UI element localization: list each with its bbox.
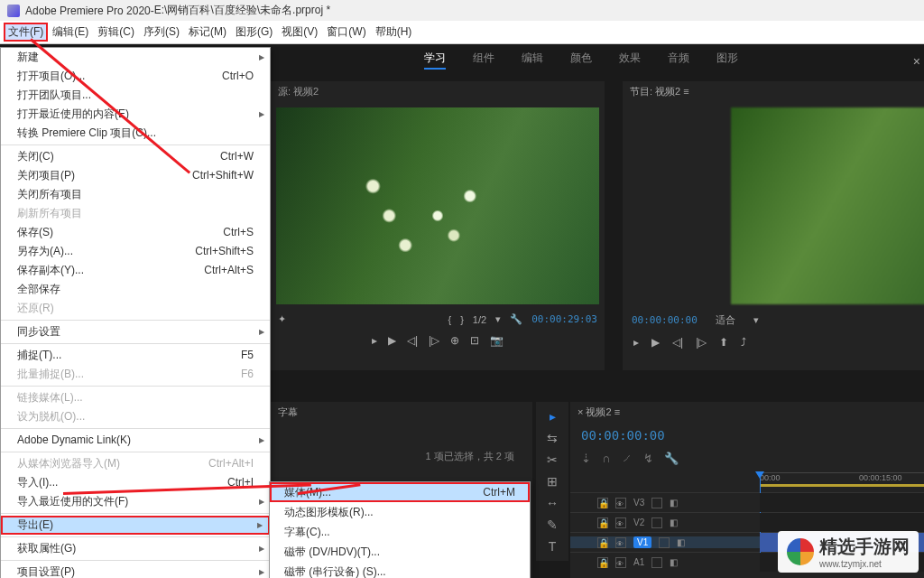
lift-icon[interactable]: ⬆	[719, 336, 728, 349]
razor-tool-icon[interactable]: ⊞	[547, 474, 558, 489]
workspace-tab-color[interactable]: 颜色	[570, 51, 592, 70]
eye-icon[interactable]	[615, 537, 626, 548]
timeline-track[interactable]: 🔒V2◧	[570, 512, 924, 532]
export-frame-icon[interactable]: 📷	[490, 334, 504, 347]
track-output-icon[interactable]: ◧	[677, 537, 685, 547]
step-back-icon[interactable]: ◁|	[407, 334, 418, 347]
source-tab-label[interactable]: 源: 视频2	[278, 85, 319, 98]
pen-tool-icon[interactable]: ✎	[547, 517, 558, 532]
workspace-tab-learn[interactable]: 学习	[424, 51, 446, 70]
in-icon[interactable]: {	[448, 314, 451, 325]
step-back-icon[interactable]: ◁|	[672, 336, 683, 349]
workspace-tab-effects[interactable]: 效果	[619, 51, 641, 70]
selection-tool-icon[interactable]: ▸	[550, 409, 556, 424]
insert-icon[interactable]: ⊕	[450, 334, 459, 347]
file-menu-item[interactable]: 导出(E)	[1, 516, 270, 535]
export-menu-item[interactable]: 媒体(M)...Ctrl+M	[270, 482, 530, 502]
eye-icon[interactable]	[615, 498, 626, 508]
file-menu-item[interactable]: 同步设置	[1, 322, 270, 341]
extract-icon[interactable]: ⤴	[741, 336, 746, 349]
source-preview[interactable]	[276, 107, 599, 304]
file-menu-item[interactable]: 项目设置(P)	[1, 563, 270, 578]
menu-file[interactable]: 文件(F)	[4, 23, 48, 42]
marker-tool-icon[interactable]: ⟋	[621, 452, 633, 465]
file-menu-item[interactable]: Adobe Dynamic Link(K)	[1, 431, 270, 450]
fit-dropdown[interactable]: 适合	[716, 313, 735, 327]
wrench-icon[interactable]: 🔧	[510, 313, 522, 325]
project-tab[interactable]: 字幕	[278, 406, 298, 417]
snap-icon[interactable]: ⇣	[581, 452, 591, 465]
zoom-level[interactable]: 1/2	[473, 314, 486, 325]
sync-lock-icon[interactable]	[651, 517, 662, 528]
playhead-icon[interactable]	[755, 471, 764, 479]
track-select-tool-icon[interactable]: ⇆	[547, 431, 558, 445]
lock-icon[interactable]: 🔒	[597, 537, 608, 548]
mark-in-icon[interactable]: ▸	[633, 336, 639, 349]
file-menu-item[interactable]: 关闭项目(P)Ctrl+Shift+W	[1, 166, 270, 185]
track-output-icon[interactable]: ◧	[670, 498, 678, 508]
timeline-ruler[interactable]: 00:00 00:00:15:00 00:00:3	[760, 472, 924, 487]
track-lane[interactable]	[760, 493, 924, 512]
add-marker-icon[interactable]: ✦	[278, 313, 286, 325]
work-area-bar[interactable]	[760, 484, 924, 487]
file-menu-item[interactable]: 保存(S)Ctrl+S	[1, 223, 270, 242]
sync-lock-icon[interactable]	[651, 557, 662, 568]
step-fwd-icon[interactable]: |▷	[429, 334, 439, 347]
slip-tool-icon[interactable]: ↔	[546, 496, 559, 510]
play-icon[interactable]: ▶	[651, 336, 660, 349]
track-output-icon[interactable]: ◧	[670, 557, 678, 567]
lock-icon[interactable]: 🔒	[597, 557, 608, 568]
overwrite-icon[interactable]: ⊡	[470, 334, 479, 347]
panel-menu-icon[interactable]: ≡	[683, 86, 688, 97]
menu-clip[interactable]: 剪辑(C)	[93, 23, 139, 42]
lock-icon[interactable]: 🔒	[597, 498, 608, 508]
menu-sequence[interactable]: 序列(S)	[139, 23, 184, 42]
file-menu-item[interactable]: 导入(I)...Ctrl+I	[1, 473, 270, 492]
file-menu-item[interactable]: 打开最近使用的内容(E)	[1, 105, 270, 124]
workspace-tab-assembly[interactable]: 组件	[473, 51, 494, 70]
menu-graphics[interactable]: 图形(G)	[231, 23, 277, 42]
program-tab-label[interactable]: 节目: 视频2	[630, 86, 680, 97]
file-menu-item[interactable]: 导入最近使用的文件(F)	[1, 492, 270, 511]
type-tool-icon[interactable]: T	[549, 539, 557, 554]
menu-marker[interactable]: 标记(M)	[184, 23, 231, 42]
eye-icon[interactable]	[615, 517, 626, 528]
file-menu-item[interactable]: 转换 Premiere Clip 项目(C)...	[1, 124, 270, 143]
track-lane[interactable]	[760, 513, 924, 532]
timeline-track[interactable]: 🔒V3◧	[570, 492, 924, 512]
step-fwd-icon[interactable]: |▷	[696, 336, 707, 349]
file-menu-item[interactable]: 新建	[1, 48, 270, 67]
insert-mode-icon[interactable]: ↯	[643, 452, 653, 465]
program-preview[interactable]	[731, 107, 924, 304]
workspace-tab-audio[interactable]: 音频	[668, 51, 689, 70]
panel-menu-icon[interactable]: ≡	[614, 406, 620, 417]
close-icon[interactable]: ×	[913, 54, 920, 69]
mark-in-icon[interactable]: ▸	[372, 334, 377, 347]
file-menu-item[interactable]: 打开项目(O)...Ctrl+O	[1, 67, 270, 86]
file-menu-item[interactable]: 另存为(A)...Ctrl+Shift+S	[1, 242, 270, 261]
menu-edit[interactable]: 编辑(E)	[48, 23, 93, 42]
settings-icon[interactable]: 🔧	[664, 452, 679, 465]
file-menu-item[interactable]: 关闭所有项目	[1, 185, 270, 204]
track-output-icon[interactable]: ◧	[670, 517, 678, 527]
play-icon[interactable]: ▶	[388, 334, 396, 347]
menu-view[interactable]: 视图(V)	[277, 23, 322, 42]
out-icon[interactable]: }	[460, 314, 464, 325]
file-menu-item[interactable]: 关闭(C)Ctrl+W	[1, 147, 270, 166]
ripple-tool-icon[interactable]: ✂	[547, 452, 558, 467]
file-menu-item[interactable]: 保存副本(Y)...Ctrl+Alt+S	[1, 261, 270, 280]
linked-selection-icon[interactable]: ∩	[602, 452, 610, 465]
workspace-tab-graphics[interactable]: 图形	[716, 51, 738, 70]
timeline-tab[interactable]: 视频2	[586, 406, 611, 417]
file-menu-item[interactable]: 打开团队项目...	[1, 86, 270, 105]
lock-icon[interactable]: 🔒	[597, 517, 608, 528]
eye-icon[interactable]	[615, 557, 626, 568]
menu-window[interactable]: 窗口(W)	[322, 23, 370, 42]
file-menu-item[interactable]: 全部保存	[1, 280, 270, 299]
sync-lock-icon[interactable]	[659, 537, 670, 548]
file-menu-item[interactable]: 捕捉(T)...F5	[1, 346, 270, 365]
sync-lock-icon[interactable]	[651, 498, 662, 508]
workspace-tab-edit[interactable]: 编辑	[522, 51, 543, 70]
file-menu-item[interactable]: 获取属性(G)	[1, 539, 270, 558]
menu-help[interactable]: 帮助(H)	[371, 23, 417, 42]
